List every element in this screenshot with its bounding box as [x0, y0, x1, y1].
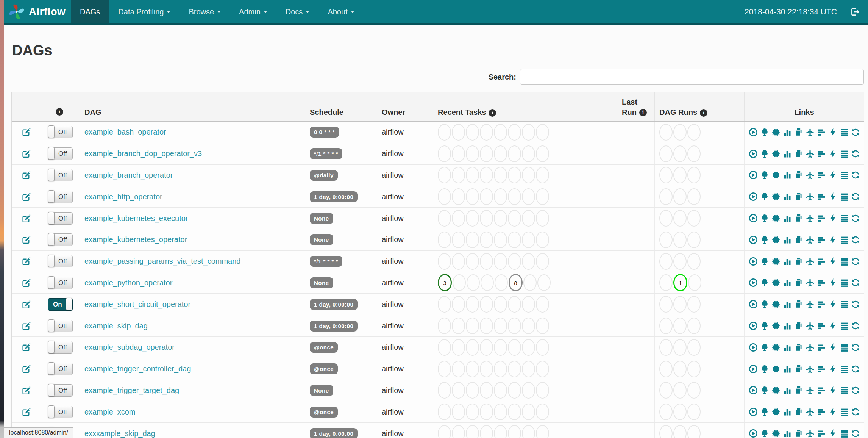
landing-times-icon[interactable]	[806, 257, 815, 266]
gantt-icon[interactable]	[817, 127, 826, 137]
code-view-icon[interactable]	[828, 257, 837, 266]
task-tries-icon[interactable]	[794, 429, 803, 438]
edit-dag-icon[interactable]	[22, 127, 31, 137]
dag-link[interactable]: example_python_operator	[84, 278, 172, 287]
dag-pause-toggle[interactable]: Off	[48, 147, 73, 160]
dag-link[interactable]: example_trigger_target_dag	[84, 386, 179, 395]
graph-view-icon[interactable]	[771, 213, 781, 223]
task-duration-icon[interactable]	[783, 299, 792, 309]
refresh-icon[interactable]	[851, 213, 860, 223]
tree-view-icon[interactable]	[760, 257, 769, 266]
landing-times-icon[interactable]	[806, 278, 815, 288]
task-tries-icon[interactable]	[794, 385, 803, 395]
dag-link[interactable]: example_bash_operator	[84, 128, 166, 136]
edit-dag-icon[interactable]	[22, 278, 31, 288]
nav-item-dags[interactable]: DAGs	[71, 0, 109, 23]
graph-view-icon[interactable]	[771, 407, 781, 417]
dag-link[interactable]: example_passing_params_via_test_command	[84, 257, 240, 266]
task-duration-icon[interactable]	[783, 127, 792, 137]
refresh-icon[interactable]	[851, 192, 860, 202]
code-view-icon[interactable]	[828, 407, 837, 417]
dag-pause-toggle[interactable]: Off	[48, 191, 73, 203]
tree-view-icon[interactable]	[760, 385, 769, 395]
tree-view-icon[interactable]	[760, 235, 769, 245]
gantt-icon[interactable]	[817, 257, 826, 266]
search-input[interactable]	[520, 69, 864, 85]
code-view-icon[interactable]	[828, 170, 837, 180]
trigger-dag-icon[interactable]	[749, 257, 758, 266]
gantt-icon[interactable]	[817, 407, 826, 417]
gantt-icon[interactable]	[817, 299, 826, 309]
landing-times-icon[interactable]	[806, 429, 815, 438]
refresh-icon[interactable]	[851, 149, 860, 159]
state-circle[interactable]: 3	[438, 274, 452, 291]
code-view-icon[interactable]	[828, 213, 837, 223]
edit-dag-icon[interactable]	[22, 364, 31, 374]
task-tries-icon[interactable]	[794, 407, 803, 417]
state-circle[interactable]: 8	[509, 274, 523, 291]
code-view-icon[interactable]	[828, 192, 837, 202]
edit-dag-icon[interactable]	[22, 171, 31, 180]
dag-pause-toggle[interactable]: Off	[48, 341, 73, 354]
tree-view-icon[interactable]	[760, 364, 769, 374]
tree-view-icon[interactable]	[760, 192, 769, 202]
trigger-dag-icon[interactable]	[749, 299, 758, 309]
dag-link[interactable]: example_http_operator	[84, 192, 162, 201]
graph-view-icon[interactable]	[771, 257, 781, 266]
dag-pause-toggle[interactable]: Off	[48, 406, 73, 418]
dag-pause-toggle[interactable]: Off	[48, 169, 73, 181]
refresh-icon[interactable]	[851, 127, 860, 137]
edit-dag-icon[interactable]	[22, 343, 31, 352]
task-duration-icon[interactable]	[783, 235, 792, 245]
dag-link[interactable]: example_branch_dop_operator_v3	[84, 149, 202, 158]
logs-icon[interactable]	[840, 192, 849, 202]
gantt-icon[interactable]	[817, 321, 826, 331]
landing-times-icon[interactable]	[806, 343, 815, 352]
tree-view-icon[interactable]	[760, 127, 769, 137]
task-tries-icon[interactable]	[794, 170, 803, 180]
logs-icon[interactable]	[840, 429, 849, 438]
trigger-dag-icon[interactable]	[749, 278, 758, 288]
edit-dag-icon[interactable]	[22, 214, 31, 223]
trigger-dag-icon[interactable]	[749, 407, 758, 417]
dag-pause-toggle[interactable]: Off	[48, 126, 73, 138]
task-duration-icon[interactable]	[783, 385, 792, 395]
tree-view-icon[interactable]	[760, 170, 769, 180]
landing-times-icon[interactable]	[806, 213, 815, 223]
graph-view-icon[interactable]	[771, 321, 781, 331]
graph-view-icon[interactable]	[771, 149, 781, 159]
logs-icon[interactable]	[840, 235, 849, 245]
graph-view-icon[interactable]	[771, 343, 781, 352]
task-tries-icon[interactable]	[794, 364, 803, 374]
logs-icon[interactable]	[840, 385, 849, 395]
edit-dag-icon[interactable]	[22, 386, 31, 395]
refresh-icon[interactable]	[851, 429, 860, 438]
task-duration-icon[interactable]	[783, 278, 792, 288]
graph-view-icon[interactable]	[771, 278, 781, 288]
dag-link[interactable]: example_subdag_operator	[84, 343, 175, 352]
dag-pause-toggle[interactable]: Off	[48, 255, 73, 267]
task-tries-icon[interactable]	[794, 257, 803, 266]
trigger-dag-icon[interactable]	[749, 321, 758, 331]
refresh-icon[interactable]	[851, 170, 860, 180]
dag-link[interactable]: example_kubernetes_executor	[84, 214, 188, 223]
code-view-icon[interactable]	[828, 321, 837, 331]
code-view-icon[interactable]	[828, 149, 837, 159]
trigger-dag-icon[interactable]	[749, 170, 758, 180]
nav-item-docs[interactable]: Docs	[276, 0, 319, 23]
logs-icon[interactable]	[840, 149, 849, 159]
code-view-icon[interactable]	[828, 385, 837, 395]
edit-dag-icon[interactable]	[22, 257, 31, 266]
logs-icon[interactable]	[840, 257, 849, 266]
landing-times-icon[interactable]	[806, 407, 815, 417]
refresh-icon[interactable]	[851, 407, 860, 417]
refresh-icon[interactable]	[851, 385, 860, 395]
trigger-dag-icon[interactable]	[749, 364, 758, 374]
trigger-dag-icon[interactable]	[749, 235, 758, 245]
logout-icon[interactable]	[850, 6, 860, 17]
task-tries-icon[interactable]	[794, 278, 803, 288]
refresh-icon[interactable]	[851, 257, 860, 266]
gantt-icon[interactable]	[817, 343, 826, 352]
trigger-dag-icon[interactable]	[749, 385, 758, 395]
code-view-icon[interactable]	[828, 364, 837, 374]
